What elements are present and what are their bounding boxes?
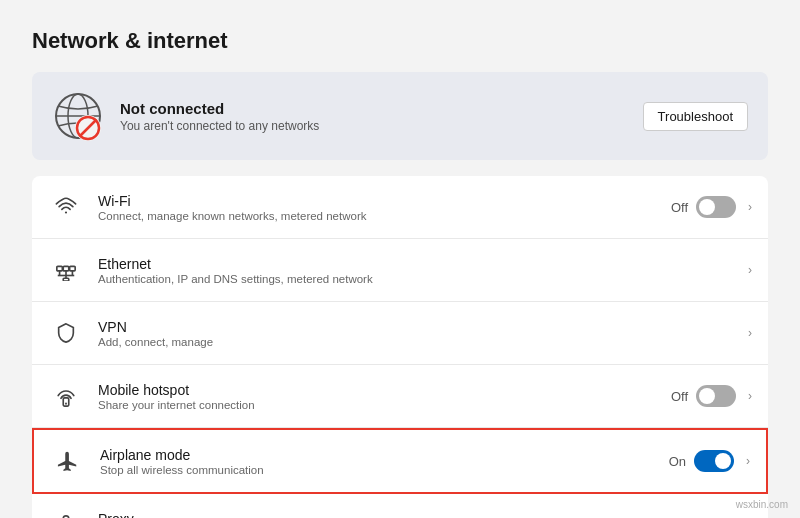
ethernet-icon	[48, 252, 84, 288]
wifi-content: Wi-Fi Connect, manage known networks, me…	[98, 193, 671, 222]
status-title: Not connected	[120, 100, 643, 117]
vpn-icon	[48, 315, 84, 351]
settings-item-vpn[interactable]: VPN Add, connect, manage ›	[32, 302, 768, 365]
settings-list: Wi-Fi Connect, manage known networks, me…	[32, 176, 768, 518]
mobile-hotspot-content: Mobile hotspot Share your internet conne…	[98, 382, 671, 411]
ethernet-content: Ethernet Authentication, IP and DNS sett…	[98, 256, 744, 285]
wifi-toggle[interactable]	[696, 196, 736, 218]
vpn-subtitle: Add, connect, manage	[98, 336, 744, 348]
mobile-hotspot-icon	[48, 378, 84, 414]
vpn-chevron: ›	[748, 326, 752, 340]
airplane-mode-toggle[interactable]	[694, 450, 734, 472]
wifi-chevron: ›	[748, 200, 752, 214]
vpn-right: ›	[744, 326, 752, 340]
settings-item-proxy[interactable]: Proxy Proxy server for Wi-Fi and Etherne…	[32, 494, 768, 518]
vpn-title: VPN	[98, 319, 744, 335]
ethernet-right: ›	[744, 263, 752, 277]
airplane-mode-chevron: ›	[746, 454, 750, 468]
ethernet-title: Ethernet	[98, 256, 744, 272]
airplane-mode-toggle-label: On	[669, 454, 686, 469]
mobile-hotspot-chevron: ›	[748, 389, 752, 403]
mobile-hotspot-title: Mobile hotspot	[98, 382, 671, 398]
wifi-title: Wi-Fi	[98, 193, 671, 209]
wifi-right: Off ›	[671, 196, 752, 218]
svg-rect-7	[57, 266, 63, 271]
troubleshoot-button[interactable]: Troubleshoot	[643, 102, 748, 131]
wifi-toggle-label: Off	[671, 200, 688, 215]
status-text: Not connected You aren't connected to an…	[120, 100, 643, 133]
airplane-mode-right: On ›	[669, 450, 750, 472]
airplane-mode-title: Airplane mode	[100, 447, 669, 463]
mobile-hotspot-subtitle: Share your internet connection	[98, 399, 671, 411]
page-title: Network & internet	[32, 28, 768, 54]
no-connection-icon	[52, 90, 104, 142]
svg-point-6	[65, 211, 67, 213]
airplane-mode-subtitle: Stop all wireless communication	[100, 464, 669, 476]
proxy-icon	[48, 507, 84, 518]
mobile-hotspot-toggle-label: Off	[671, 389, 688, 404]
vpn-content: VPN Add, connect, manage	[98, 319, 744, 348]
settings-item-mobile-hotspot[interactable]: Mobile hotspot Share your internet conne…	[32, 365, 768, 428]
status-subtitle: You aren't connected to any networks	[120, 119, 643, 133]
settings-item-ethernet[interactable]: Ethernet Authentication, IP and DNS sett…	[32, 239, 768, 302]
airplane-mode-content: Airplane mode Stop all wireless communic…	[100, 447, 669, 476]
svg-rect-8	[63, 266, 69, 271]
mobile-hotspot-toggle[interactable]	[696, 385, 736, 407]
proxy-content: Proxy Proxy server for Wi-Fi and Etherne…	[98, 511, 744, 519]
svg-rect-15	[63, 278, 69, 281]
mobile-hotspot-right: Off ›	[671, 385, 752, 407]
svg-rect-9	[70, 266, 76, 271]
airplane-mode-icon	[50, 443, 86, 479]
wifi-icon	[48, 189, 84, 225]
settings-item-wifi[interactable]: Wi-Fi Connect, manage known networks, me…	[32, 176, 768, 239]
ethernet-subtitle: Authentication, IP and DNS settings, met…	[98, 273, 744, 285]
svg-rect-16	[63, 398, 69, 406]
watermark: wsxbin.com	[736, 499, 788, 510]
settings-item-airplane-mode[interactable]: Airplane mode Stop all wireless communic…	[32, 428, 768, 494]
ethernet-chevron: ›	[748, 263, 752, 277]
wifi-subtitle: Connect, manage known networks, metered …	[98, 210, 671, 222]
proxy-title: Proxy	[98, 511, 744, 519]
status-card: Not connected You aren't connected to an…	[32, 72, 768, 160]
